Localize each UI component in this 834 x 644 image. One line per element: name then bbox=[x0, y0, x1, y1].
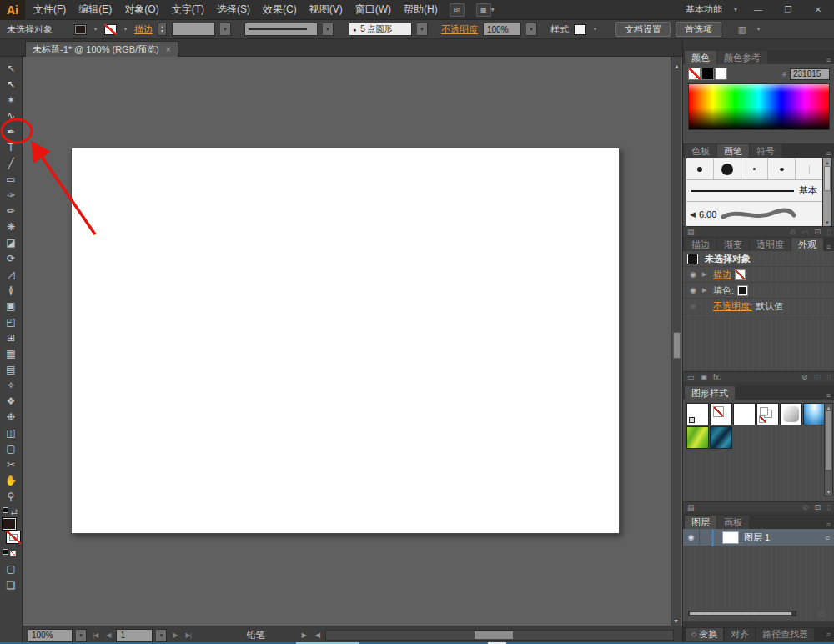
eyedropper-tool[interactable]: ✧ bbox=[0, 377, 22, 393]
artboard[interactable] bbox=[71, 148, 620, 534]
brush-options-icon[interactable]: ▭ bbox=[801, 228, 809, 236]
break-link-icon[interactable]: ⊘ bbox=[802, 503, 809, 511]
blend-tool[interactable]: ❖ bbox=[0, 393, 22, 409]
expand-icon[interactable]: ▶ bbox=[702, 287, 710, 294]
tab-graphic-styles[interactable]: 图形样式 bbox=[685, 386, 735, 400]
brush-definition-select[interactable]: ● 5 点圆形 bbox=[349, 23, 412, 36]
dock-tabs-menu-icon[interactable]: ≡ bbox=[826, 631, 834, 639]
hand-tool[interactable]: ✋ bbox=[0, 472, 22, 488]
layer-visibility-icon[interactable]: ◉ bbox=[683, 529, 700, 546]
tab-artboards[interactable]: 画板 bbox=[717, 516, 749, 529]
brush-item[interactable] bbox=[741, 158, 769, 179]
preferences-button[interactable]: 首选项 bbox=[676, 22, 721, 37]
arrange-dropdown-icon[interactable]: ▾ bbox=[491, 6, 495, 13]
fill-color-swatch[interactable] bbox=[74, 24, 87, 35]
tab-pathfinder[interactable]: 路径查找器 bbox=[756, 628, 814, 641]
graphic-styles-menu-icon[interactable]: ≡ bbox=[826, 391, 834, 400]
blob-brush-tool[interactable]: ❋ bbox=[0, 219, 22, 234]
appearance-fill-row[interactable]: ◉ ▶ 填色: bbox=[683, 283, 834, 299]
zoom-level-select[interactable]: 100% bbox=[28, 629, 73, 642]
last-artboard-icon[interactable]: ▶| bbox=[183, 631, 193, 639]
layers-h-scrollbar[interactable] bbox=[688, 611, 796, 616]
tab-transparency[interactable]: 透明度 bbox=[750, 238, 791, 251]
style-default[interactable] bbox=[686, 403, 709, 425]
appearance-opacity-row[interactable]: ◉ 不透明度: 默认值 bbox=[683, 299, 834, 314]
layer-target-icon[interactable]: ○ bbox=[825, 533, 830, 542]
styles-scroll-thumb[interactable] bbox=[826, 411, 831, 470]
mesh-tool[interactable]: ▦ bbox=[0, 345, 22, 361]
new-effect-icon[interactable]: fx. bbox=[713, 373, 721, 381]
scroll-up-icon[interactable]: ▲ bbox=[826, 404, 831, 411]
tab-gradient[interactable]: 渐变 bbox=[717, 238, 749, 251]
expand-icon[interactable]: ▶ bbox=[702, 271, 710, 278]
brush-dropdown-icon[interactable]: ▾ bbox=[417, 23, 428, 36]
basic-brush-row[interactable]: 基本 bbox=[686, 180, 822, 202]
brush-list-scrollbar[interactable]: ▲ ▼ bbox=[822, 158, 832, 227]
horizontal-scroll-thumb[interactable] bbox=[475, 631, 513, 639]
scroll-down-icon[interactable]: ▼ bbox=[825, 219, 830, 226]
brush-item[interactable] bbox=[768, 158, 796, 179]
menu-edit[interactable]: 编辑(E) bbox=[78, 3, 112, 17]
vertical-scrollbar[interactable]: ▲ ▼ bbox=[671, 57, 681, 626]
horizontal-scrollbar[interactable] bbox=[325, 630, 674, 641]
pencil-tool[interactable]: ✏ bbox=[0, 203, 22, 219]
gradient-tool[interactable]: ▤ bbox=[0, 361, 22, 377]
select-similar-dropdown-icon[interactable]: ▾ bbox=[755, 24, 762, 35]
new-fill-icon[interactable]: ▣ bbox=[701, 373, 708, 381]
stroke-dropdown-icon[interactable]: ▾ bbox=[122, 24, 129, 35]
column-graph-tool[interactable]: ◫ bbox=[0, 425, 22, 440]
h-scroll-left-button[interactable]: ◀ bbox=[312, 630, 324, 641]
arrange-documents-icon[interactable]: ▦ bbox=[476, 3, 491, 17]
opacity-dropdown-icon[interactable]: ▾ bbox=[526, 23, 537, 36]
tab-brushes[interactable]: 画笔 bbox=[717, 144, 749, 158]
paintbrush-tool[interactable]: ✑ bbox=[0, 187, 22, 203]
visibility-eye-icon[interactable]: ◉ bbox=[687, 270, 699, 279]
fill-black-swatch[interactable] bbox=[737, 285, 748, 296]
workspace-switcher[interactable]: 基本功能 bbox=[686, 3, 722, 16]
opacity-select[interactable]: 100% bbox=[483, 23, 521, 36]
menu-type[interactable]: 文字(T) bbox=[172, 3, 204, 17]
perspective-grid-tool[interactable]: ⊞ bbox=[0, 330, 22, 345]
magic-wand-tool[interactable]: ✶ bbox=[0, 92, 22, 108]
pen-tool[interactable]: ✒ bbox=[0, 123, 22, 139]
menu-help[interactable]: 帮助(H) bbox=[404, 3, 438, 17]
color-spectrum[interactable] bbox=[688, 83, 830, 130]
line-segment-tool[interactable]: ╱ bbox=[0, 155, 22, 171]
new-stroke-icon[interactable]: ▭ bbox=[687, 373, 695, 381]
artboard-tool[interactable]: ▢ bbox=[0, 440, 22, 456]
bridge-icon[interactable]: Br bbox=[450, 3, 465, 17]
appearance-stroke-link[interactable]: 描边 bbox=[713, 269, 731, 281]
appearance-panel-menu-icon[interactable]: ≡ bbox=[826, 243, 834, 251]
layers-h-scroll-thumb[interactable] bbox=[690, 612, 791, 615]
variable-width-profile-select[interactable] bbox=[244, 23, 318, 36]
scroll-down-icon[interactable]: ▼ bbox=[671, 616, 681, 626]
white-color-swatch[interactable] bbox=[715, 68, 727, 80]
close-button[interactable]: ✕ bbox=[809, 3, 827, 17]
menu-window[interactable]: 窗口(W) bbox=[355, 3, 391, 17]
style-green-texture[interactable] bbox=[686, 426, 709, 449]
next-artboard-icon[interactable]: ▶ bbox=[170, 631, 179, 639]
width-tool[interactable]: ≬ bbox=[0, 282, 22, 298]
new-layer-icon[interactable]: ⊡ bbox=[818, 609, 825, 618]
rectangle-tool[interactable]: ▭ bbox=[0, 171, 22, 187]
document-setup-button[interactable]: 文档设置 bbox=[615, 22, 671, 37]
style-blue-glow[interactable] bbox=[803, 403, 826, 425]
delete-brush-icon[interactable]: ▯ bbox=[826, 228, 831, 236]
appearance-stroke-row[interactable]: ◉ ▶ 描边 bbox=[683, 267, 834, 283]
h-scroll-right-button[interactable]: ▶ bbox=[299, 630, 310, 641]
tab-align[interactable]: 对齐 bbox=[725, 628, 755, 641]
rotate-tool[interactable]: ⟳ bbox=[0, 250, 22, 266]
restore-button[interactable]: ❐ bbox=[779, 3, 797, 17]
slice-tool[interactable]: ✂ bbox=[0, 456, 22, 472]
width-profile-dropdown-icon[interactable]: ▾ bbox=[323, 23, 334, 36]
toolbar-stroke-swatch[interactable] bbox=[6, 531, 21, 544]
brushes-panel-menu-icon[interactable]: ≡ bbox=[826, 149, 834, 158]
menu-object[interactable]: 对象(O) bbox=[124, 3, 158, 17]
opacity-link[interactable]: 不透明度 bbox=[441, 23, 478, 36]
selection-tool[interactable]: ↖ bbox=[0, 60, 22, 76]
menu-select[interactable]: 选择(S) bbox=[217, 3, 250, 17]
lasso-tool[interactable]: ∿ bbox=[0, 108, 22, 123]
tab-symbols[interactable]: 符号 bbox=[750, 144, 781, 158]
style-two-square-no-fill[interactable] bbox=[756, 403, 779, 425]
stroke-weight-dropdown-icon[interactable]: ▾ bbox=[220, 23, 231, 36]
